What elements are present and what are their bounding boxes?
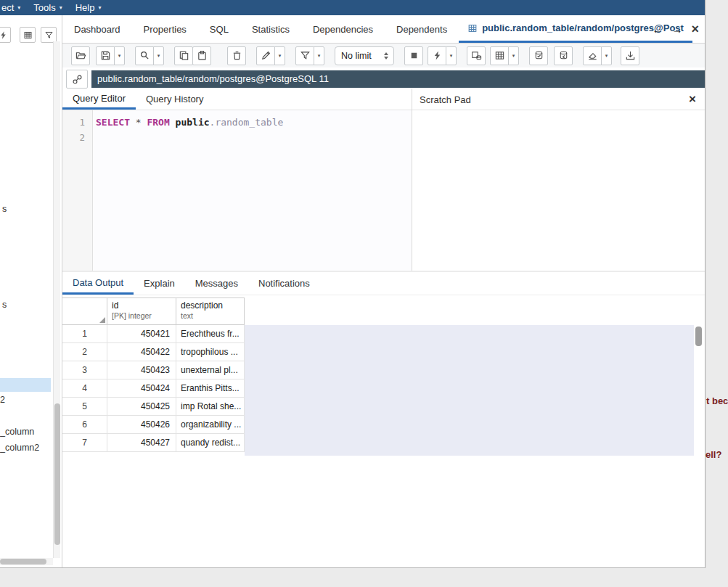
scratch-pad-close-button[interactable]: ×	[689, 89, 696, 110]
save-file-button[interactable]	[96, 46, 115, 65]
tab-properties[interactable]: Properties	[132, 15, 198, 43]
tree-item-fragment[interactable]: 2	[0, 395, 5, 405]
sql-code[interactable]: SELECT * FROM public.random_table	[96, 115, 409, 130]
filter-menu-button[interactable]: ▾	[314, 46, 324, 65]
filtered-rows-button[interactable]	[41, 27, 57, 43]
query-tool-button[interactable]	[0, 27, 11, 43]
lightning-icon	[0, 30, 8, 40]
description-cell[interactable]: organizability ...	[176, 416, 245, 434]
tab-scroll-left-button[interactable]: ←	[652, 23, 663, 36]
id-cell[interactable]: 450423	[107, 361, 176, 379]
clear-button[interactable]	[583, 46, 602, 65]
filter-button[interactable]	[295, 46, 314, 65]
connection-status-button[interactable]	[66, 70, 88, 89]
chevron-down-icon: ▾	[279, 53, 282, 59]
column-header-description[interactable]: description text	[176, 298, 245, 325]
open-file-button[interactable]	[71, 46, 90, 65]
row-number-cell[interactable]: 4	[62, 379, 107, 398]
tab-sql[interactable]: SQL	[198, 15, 240, 43]
execute-menu-button[interactable]: ▾	[446, 46, 457, 65]
clear-menu-button[interactable]: ▾	[601, 46, 612, 65]
pencil-icon	[261, 50, 271, 61]
description-cell[interactable]: unexternal pl...	[176, 361, 245, 379]
sql-table: random_table	[215, 117, 283, 128]
edit-menu-button[interactable]: ▾	[274, 46, 285, 65]
edit-button[interactable]	[256, 46, 275, 65]
menu-item-help[interactable]: Help ▾	[69, 0, 108, 15]
panel-close-button[interactable]: ×	[691, 22, 699, 36]
row-number-cell[interactable]: 5	[62, 398, 107, 416]
id-cell[interactable]: 450427	[107, 434, 176, 452]
menu-label: Help	[75, 2, 95, 13]
row-number-cell[interactable]: 6	[62, 416, 107, 434]
tab-dependencies[interactable]: Dependencies	[301, 15, 385, 43]
scratch-pad-area[interactable]	[412, 110, 705, 271]
explain-menu-button[interactable]: ▾	[508, 46, 519, 65]
description-cell[interactable]: imp Rotal she...	[176, 398, 245, 416]
description-cell[interactable]: quandy redist...	[176, 434, 245, 452]
column-header-id[interactable]: id [PK] integer	[107, 298, 176, 325]
tree-item-fragment[interactable]: _column2	[0, 443, 39, 453]
tree-horizontal-scrollbar[interactable]	[0, 558, 53, 565]
save-data-changes-button[interactable]	[467, 46, 486, 65]
explain-button[interactable]	[490, 46, 509, 65]
id-cell[interactable]: 450426	[107, 416, 176, 434]
stepper-icon	[381, 52, 390, 59]
table-row: 3 450423 unexternal pl...	[62, 361, 245, 379]
delete-row-button[interactable]	[227, 46, 246, 65]
id-cell[interactable]: 450425	[107, 398, 176, 416]
chevron-down-icon: ▾	[98, 4, 101, 11]
tree-vertical-scrollbar[interactable]	[53, 41, 60, 558]
description-cell[interactable]: tropophilous ...	[176, 343, 245, 361]
tab-dashboard[interactable]: Dashboard	[62, 15, 132, 43]
id-cell[interactable]: 450421	[107, 325, 176, 343]
tab-messages[interactable]: Messages	[185, 272, 248, 295]
find-menu-button[interactable]: ▾	[153, 46, 164, 65]
limit-select[interactable]: No limit	[335, 46, 394, 65]
save-file-menu-button[interactable]: ▾	[114, 46, 125, 65]
tab-notifications[interactable]: Notifications	[248, 272, 320, 295]
tab-statistics[interactable]: Statistics	[240, 15, 301, 43]
copy-button[interactable]	[174, 46, 193, 65]
id-cell[interactable]: 450424	[107, 379, 176, 398]
background-text-fragment: ell?	[705, 449, 721, 460]
row-number-cell[interactable]: 1	[62, 325, 107, 343]
row-number-cell[interactable]: 3	[62, 361, 107, 379]
table-row: 1 450421 Erechtheus fr...	[62, 325, 245, 343]
commit-button[interactable]	[529, 46, 548, 65]
tree-item-fragment[interactable]: s	[2, 204, 7, 214]
tab-scroll-right-button[interactable]: →	[671, 23, 682, 36]
execute-button[interactable]	[428, 46, 446, 65]
scrollbar-thumb[interactable]	[54, 403, 60, 545]
download-csv-button[interactable]	[621, 46, 639, 65]
tree-item-selected[interactable]	[0, 378, 51, 392]
menu-item-object[interactable]: ect ▾	[0, 0, 27, 15]
tab-query-editor[interactable]: Query Editor	[62, 89, 136, 110]
menu-item-tools[interactable]: Tools ▾	[27, 0, 68, 15]
select-all-cell[interactable]	[62, 298, 107, 325]
tree-item-fragment[interactable]: _column	[0, 427, 34, 437]
rollback-button[interactable]	[554, 46, 573, 65]
id-cell[interactable]: 450422	[107, 343, 176, 361]
tab-query-history[interactable]: Query History	[136, 89, 213, 110]
cancel-query-button[interactable]	[404, 46, 423, 65]
view-data-button[interactable]	[20, 27, 36, 43]
row-number-cell[interactable]: 2	[62, 343, 107, 361]
line-number: 2	[62, 130, 92, 145]
paste-button[interactable]	[192, 46, 211, 65]
scrollbar-thumb[interactable]	[0, 559, 46, 565]
row-number-cell[interactable]: 7	[62, 434, 107, 452]
table-icon	[467, 23, 478, 33]
description-cell[interactable]: Eranthis Pitts...	[176, 379, 245, 398]
grid-scrollbar-thumb[interactable]	[695, 327, 702, 346]
table-row: 7 450427 quandy redist...	[62, 434, 245, 452]
description-cell[interactable]: Erechtheus fr...	[176, 325, 245, 343]
sql-editor[interactable]: 1 2 SELECT * FROM public.random_table	[62, 110, 412, 271]
tab-explain[interactable]: Explain	[134, 272, 185, 295]
menu-bar: ect ▾ Tools ▾ Help ▾	[0, 0, 705, 15]
tab-data-output[interactable]: Data Output	[62, 272, 134, 295]
tab-dependents[interactable]: Dependents	[385, 15, 459, 43]
trash-icon	[232, 50, 242, 61]
tree-item-fragment[interactable]: s	[2, 300, 7, 310]
find-button[interactable]	[135, 46, 154, 65]
